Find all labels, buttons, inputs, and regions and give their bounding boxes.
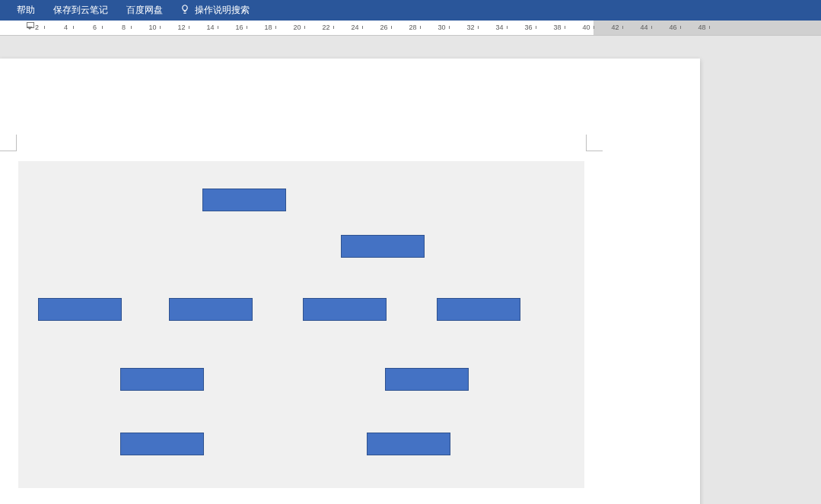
rectangle-shape[interactable]: [341, 235, 425, 258]
menu-save-cloud-notes[interactable]: 保存到云笔记: [44, 0, 117, 21]
document-page[interactable]: [0, 59, 700, 504]
margin-corner-top-right: [586, 135, 603, 151]
rectangle-shape[interactable]: [169, 298, 253, 321]
menu-label: 帮助: [17, 4, 35, 17]
rectangle-shape[interactable]: [38, 298, 122, 321]
lightbulb-icon: [180, 4, 190, 17]
rectangle-shape[interactable]: [385, 368, 469, 391]
rectangle-shape[interactable]: [437, 298, 520, 321]
menu-label: 百度网盘: [126, 4, 163, 17]
margin-corner-top-left: [0, 135, 17, 151]
tell-me-label: 操作说明搜索: [195, 4, 250, 17]
tell-me-search[interactable]: 操作说明搜索: [172, 4, 257, 17]
rectangle-shape[interactable]: [367, 433, 450, 455]
horizontal-ruler[interactable]: 2468101214161820222426283032343638404244…: [0, 21, 821, 36]
menu-help[interactable]: 帮助: [8, 0, 44, 21]
rectangle-shape[interactable]: [120, 433, 204, 455]
menu-label: 保存到云笔记: [53, 4, 108, 17]
menu-bar: 帮助 保存到云笔记 百度网盘 操作说明搜索: [0, 0, 821, 21]
menu-baidu-netdisk[interactable]: 百度网盘: [117, 0, 172, 21]
rectangle-shape[interactable]: [202, 189, 286, 211]
rectangle-shape[interactable]: [303, 298, 387, 321]
ruler-scale: 2468101214161820222426283032343638404244…: [15, 21, 724, 35]
rectangle-shape[interactable]: [120, 368, 204, 391]
drawing-canvas[interactable]: [18, 161, 584, 488]
document-workspace: [0, 36, 821, 504]
